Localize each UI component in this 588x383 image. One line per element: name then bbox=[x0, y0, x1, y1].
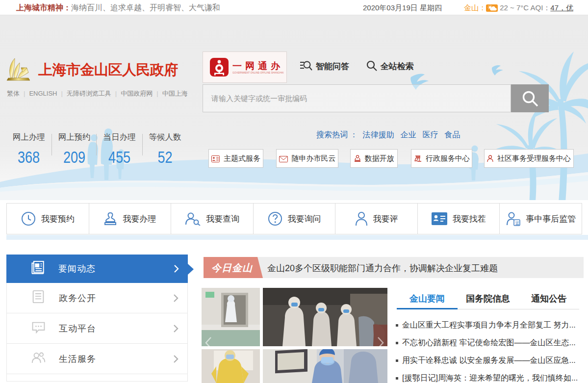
svg-text:监: 监 bbox=[515, 221, 520, 226]
